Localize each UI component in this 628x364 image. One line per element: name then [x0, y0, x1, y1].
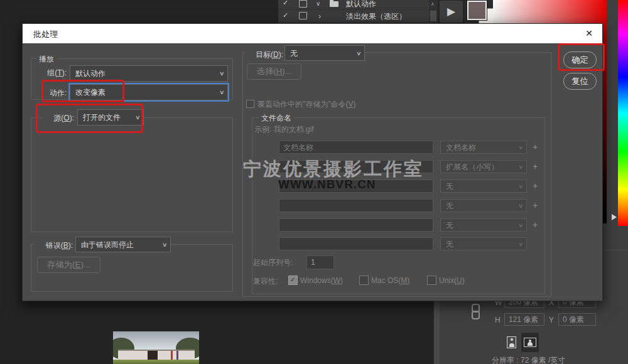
- macos-label: Mac OS(M): [371, 276, 409, 285]
- naming-option-dropdown-2[interactable]: 扩展名（小写） ∨: [440, 160, 527, 173]
- annotation-box-ok: [558, 43, 605, 71]
- portrait-orientation-button[interactable]: [503, 333, 521, 352]
- macos-checkbox[interactable]: [359, 276, 369, 285]
- naming-field-5[interactable]: [279, 218, 433, 232]
- action-set-label[interactable]: 默认动作: [346, 0, 376, 9]
- folder-icon: [330, 1, 338, 7]
- destination-label: 目标(D):: [246, 49, 284, 61]
- naming-option-dropdown-6[interactable]: 无 ∨: [440, 237, 527, 250]
- save-as-button[interactable]: 存储为(E)...: [37, 257, 100, 273]
- add-naming-token-icon[interactable]: +: [533, 181, 538, 191]
- compatibility-label: 兼容性:: [253, 276, 278, 287]
- annotation-box-source: [36, 104, 143, 133]
- scroll-up-icon[interactable]: ∧: [431, 1, 435, 7]
- actions-panel: ✓ ∨ 默认动作 ✓ › 淡出效果（选区） ∧: [278, 0, 438, 23]
- naming-option-dropdown-4[interactable]: 无 ∨: [440, 199, 527, 212]
- chevron-down-icon: ∨: [518, 164, 524, 170]
- landscape-icon: [524, 338, 536, 347]
- play-action-button[interactable]: ▶: [440, 1, 463, 23]
- height-label: H: [495, 316, 501, 324]
- chevron-down-icon: ∨: [518, 241, 524, 247]
- set-dropdown-value: 默认动作: [75, 68, 106, 79]
- error-label: 错误(B):: [34, 240, 74, 252]
- y-field[interactable]: 0 像素: [558, 313, 596, 326]
- resolution-readout: 分辨率 : 72 像素 /英寸: [492, 355, 611, 364]
- naming-option-dropdown-3[interactable]: 无 ∨: [440, 179, 527, 193]
- serial-number-input[interactable]: [306, 255, 334, 269]
- actions-scrollbar[interactable]: ∧: [429, 0, 438, 23]
- destination-dropdown-value: 无: [290, 48, 298, 58]
- watermark-url-text: WWW.NBVR.CN: [278, 178, 376, 191]
- action-name-label[interactable]: 淡出效果（选区）: [346, 11, 406, 22]
- chevron-down-icon: ∨: [518, 144, 524, 151]
- y-label: Y: [549, 316, 554, 324]
- naming-option-value: 无: [446, 238, 453, 249]
- expander-closed-icon[interactable]: ›: [318, 12, 321, 21]
- portrait-icon: [507, 336, 516, 348]
- document-canvas-image: [113, 331, 199, 364]
- action-row-fade-effect[interactable]: ✓ › 淡出效果（选区）: [278, 9, 429, 19]
- naming-field-6[interactable]: [279, 237, 433, 250]
- error-dropdown[interactable]: 由于错误而停止 ∨: [75, 237, 171, 252]
- dialog-toggle-icon[interactable]: [299, 12, 307, 19]
- action-enabled-check-icon[interactable]: ✓: [283, 0, 288, 7]
- error-dropdown-value: 由于错误而停止: [81, 239, 134, 250]
- photoshop-workspace: ✓ ∨ 默认动作 ✓ › 淡出效果（选区） ∧ ▶ W 200 像素 X 0 像…: [0, 0, 628, 364]
- color-swatch-zone: [465, 0, 493, 23]
- link-dimensions-icon[interactable]: [472, 304, 480, 319]
- choose-button[interactable]: 选择(H)...: [247, 63, 301, 80]
- destination-dropdown[interactable]: 无 ∨: [284, 45, 365, 61]
- unix-checkbox[interactable]: [427, 276, 436, 285]
- scrollbar-thumb[interactable]: [430, 11, 436, 21]
- close-icon[interactable]: ×: [582, 26, 597, 41]
- naming-option-dropdown-5[interactable]: 无 ∨: [440, 218, 527, 232]
- naming-example: 示例: 我的文档.gif: [254, 124, 314, 135]
- override-save-as-label: 覆盖动作中的"存储为"命令(V): [257, 99, 356, 110]
- foreground-color-swatch[interactable]: [467, 1, 487, 20]
- reset-button[interactable]: 复位: [563, 73, 597, 90]
- action-enabled-check-icon[interactable]: ✓: [283, 11, 288, 19]
- add-naming-token-icon[interactable]: +: [533, 220, 538, 230]
- naming-field-1[interactable]: [279, 141, 433, 154]
- chevron-down-icon: ∨: [518, 203, 524, 209]
- chevron-down-icon: ∨: [518, 183, 524, 190]
- hue-slider[interactable]: [618, 0, 628, 226]
- height-field[interactable]: 121 像素: [504, 313, 544, 326]
- file-naming-legend: 文件命名: [259, 113, 294, 124]
- naming-option-value: 扩展名（小写）: [446, 161, 499, 172]
- set-label: 组(T):: [31, 68, 67, 78]
- naming-option-dropdown-1[interactable]: 文档名称 ∨: [440, 141, 527, 154]
- chevron-down-icon: ∨: [219, 70, 225, 77]
- chevron-down-icon: ∨: [162, 242, 168, 248]
- hue-slider-marker-icon[interactable]: [612, 214, 617, 220]
- unix-label: Unix(U): [439, 276, 465, 285]
- serial-number-label: 起始序列号:: [253, 257, 293, 268]
- windows-checkbox[interactable]: ✓: [288, 276, 298, 285]
- naming-option-value: 无: [446, 220, 453, 230]
- play-group-legend: 播放: [36, 54, 57, 65]
- action-row-default-actions[interactable]: ✓ ∨ 默认动作: [278, 0, 429, 6]
- actions-toolbar: ▶: [438, 0, 465, 23]
- naming-option-value: 文档名称: [446, 142, 476, 153]
- source-group: [31, 117, 233, 232]
- chevron-down-icon: ∨: [219, 89, 225, 95]
- add-naming-token-icon[interactable]: +: [533, 161, 538, 171]
- windows-label: Windows(W): [300, 276, 343, 285]
- add-naming-token-icon[interactable]: +: [533, 200, 538, 210]
- naming-option-value: 无: [446, 181, 453, 191]
- dialog-toggle-icon[interactable]: [299, 0, 307, 8]
- add-naming-token-icon[interactable]: +: [533, 142, 538, 152]
- annotation-box-action: [41, 80, 124, 102]
- naming-option-value: 无: [446, 200, 453, 211]
- override-save-as-checkbox[interactable]: [246, 100, 254, 108]
- dialog-title: 批处理: [33, 29, 58, 40]
- dialog-titlebar[interactable]: 批处理 ×: [23, 24, 602, 43]
- expander-open-icon[interactable]: ∨: [316, 0, 320, 7]
- naming-field-4[interactable]: [279, 199, 433, 212]
- chevron-down-icon: ∨: [518, 222, 524, 228]
- chevron-down-icon: ∨: [356, 50, 362, 56]
- landscape-orientation-button[interactable]: [521, 333, 539, 352]
